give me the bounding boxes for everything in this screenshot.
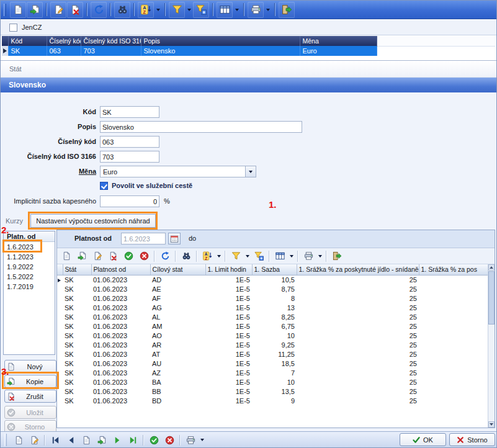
sort-az-button[interactable] (138, 2, 154, 18)
rates-row[interactable]: SK01.06.2023AZ1E-5725 (57, 368, 488, 377)
rates-row[interactable]: SK01.06.2023BD1E-5925 (57, 396, 488, 405)
countries-column-header[interactable]: Kód (8, 36, 47, 46)
travel-allowance-settings-button[interactable]: Nastavení výpočtu cestovních náhrad (30, 214, 156, 228)
accept-button[interactable] (146, 433, 161, 447)
mena-label[interactable]: Měna (6, 166, 96, 177)
rates-column-header[interactable]: 1. Limit hodin (205, 264, 252, 275)
accept-changes-button[interactable] (121, 249, 136, 263)
rates-column-header[interactable]: Platnost od (91, 264, 150, 275)
report-button[interactable] (11, 433, 26, 447)
popis-input[interactable] (100, 121, 302, 133)
rates-row[interactable]: SK01.06.2023AM1E-56,7525 (57, 321, 488, 331)
cancel-changes-button[interactable] (137, 249, 151, 263)
filter-dropdown[interactable] (186, 2, 192, 17)
filter-button[interactable] (169, 2, 185, 18)
edit-rate-button[interactable] (90, 249, 105, 263)
validity-date-item[interactable]: 1.9.2022 (4, 262, 55, 272)
copy-rate-button[interactable] (74, 249, 89, 263)
countries-column-header[interactable]: Měna (300, 36, 377, 46)
countries-column-header[interactable]: Číselný kód ISO 3166 (81, 36, 141, 46)
print-button[interactable] (183, 433, 198, 447)
calendar-button[interactable] (168, 233, 181, 244)
rates-row[interactable]: SK01.06.2023AF1E-5825 (57, 293, 488, 303)
validity-date-item[interactable]: 1.1.2023 (4, 252, 55, 262)
print-dropdown[interactable] (316, 249, 323, 264)
countries-column-header[interactable]: Číselný kód (47, 36, 81, 46)
next-record-button[interactable] (110, 433, 125, 447)
ciselny-kod-input[interactable] (100, 136, 159, 148)
scroll-down-arrow[interactable] (488, 421, 495, 428)
correct-record-button[interactable] (27, 433, 42, 447)
rates-column-header[interactable]: 1. Srážka % za poskytnuté jídlo - snídan… (297, 264, 419, 275)
rates-row[interactable]: SK01.06.2023AR1E-59,2525 (57, 340, 488, 349)
columns-dropdown[interactable] (288, 249, 295, 264)
rates-row[interactable]: SK01.06.2023AE1E-58,7525 (57, 284, 488, 293)
first-record-button[interactable] (48, 433, 63, 447)
storno-button[interactable]: Storno (449, 433, 495, 446)
cancel-button[interactable] (162, 433, 177, 447)
countries-column-header[interactable]: Popis (141, 36, 300, 46)
rates-column-header[interactable]: Stát (63, 264, 91, 275)
search-button[interactable] (179, 249, 194, 263)
rates-row[interactable]: SK01.06.2023BA1E-51025 (57, 377, 488, 387)
scroll-up-arrow[interactable] (488, 264, 495, 271)
new-document-button[interactable] (10, 2, 26, 18)
previous-document-button[interactable] (79, 433, 94, 447)
filter-button[interactable] (228, 249, 243, 263)
countries-selected-row[interactable]: SK063703SlovenskoEuro (2, 46, 495, 56)
next-document-button[interactable] (94, 433, 109, 447)
platnost-od-input[interactable] (121, 233, 166, 244)
ok-button[interactable]: OK (400, 433, 446, 446)
novy-button[interactable]: Nový (4, 360, 56, 373)
kapesne-input[interactable] (100, 195, 159, 207)
dates-list-header[interactable]: Platn. od (4, 231, 55, 242)
validity-date-item[interactable]: 1.6.2023 (4, 242, 55, 252)
close-button[interactable] (329, 249, 344, 263)
rates-row[interactable]: SK01.06.2023AG1E-51325 (57, 303, 488, 312)
filter-settings-button[interactable] (193, 2, 209, 18)
mena-combobox[interactable]: Euro (100, 166, 256, 177)
new-rate-button[interactable] (59, 249, 74, 263)
rates-row[interactable]: SK01.06.2023AD1E-510,525 (57, 275, 488, 284)
vertical-scrollbar[interactable] (488, 264, 495, 428)
refresh-button[interactable] (91, 2, 107, 18)
previous-record-button[interactable] (63, 433, 78, 447)
print-button[interactable] (248, 2, 264, 18)
edit-document-button[interactable] (50, 2, 66, 18)
kod-input[interactable] (100, 106, 159, 118)
rates-column-header[interactable]: 1. Srážka % za pos (419, 264, 488, 275)
scrollbar-thumb[interactable] (488, 271, 495, 325)
print-dropdown[interactable] (199, 432, 205, 447)
mena-dropdown-button[interactable] (245, 166, 256, 177)
validity-date-item[interactable]: 1.5.2022 (4, 272, 55, 282)
columns-button[interactable] (272, 249, 287, 263)
jencz-checkbox[interactable] (9, 24, 17, 32)
iso-input[interactable] (100, 151, 159, 163)
rates-row[interactable]: SK01.06.2023AT1E-511,2525 (57, 349, 488, 359)
sort-az-dropdown[interactable] (215, 249, 222, 264)
columns-dropdown[interactable] (233, 2, 240, 17)
filter-settings-button[interactable] (251, 249, 266, 263)
close-agenda-button[interactable] (279, 2, 295, 18)
toolbar-grip[interactable] (4, 434, 7, 446)
rates-column-header[interactable]: Cílový stat (150, 264, 205, 275)
kopie-button[interactable]: Kopie (4, 375, 56, 388)
delete-document-button[interactable] (67, 2, 83, 18)
search-button[interactable] (114, 2, 130, 18)
print-dropdown[interactable] (264, 2, 271, 17)
rates-row[interactable]: SK01.06.2023AO1E-51025 (57, 331, 488, 340)
filter-dropdown[interactable] (244, 249, 251, 264)
sort-az-button[interactable] (200, 249, 215, 263)
rates-column-header[interactable]: 1. Sazba (252, 264, 297, 275)
print-button[interactable] (301, 249, 316, 263)
validity-date-item[interactable]: 1.7.2019 (4, 282, 55, 292)
rates-row[interactable]: SK01.06.2023AL1E-58,2525 (57, 312, 488, 321)
rates-row[interactable]: SK01.06.2023AU1E-518,525 (57, 359, 488, 368)
povolit-checkbox[interactable] (100, 182, 108, 190)
sort-az-dropdown[interactable] (154, 2, 161, 17)
last-record-button[interactable] (125, 433, 140, 447)
copy-document-button[interactable] (27, 2, 43, 18)
zrusit-button[interactable]: Zrušit (4, 390, 56, 403)
toolbar-grip[interactable] (4, 4, 6, 16)
delete-rate-button[interactable] (105, 249, 120, 263)
